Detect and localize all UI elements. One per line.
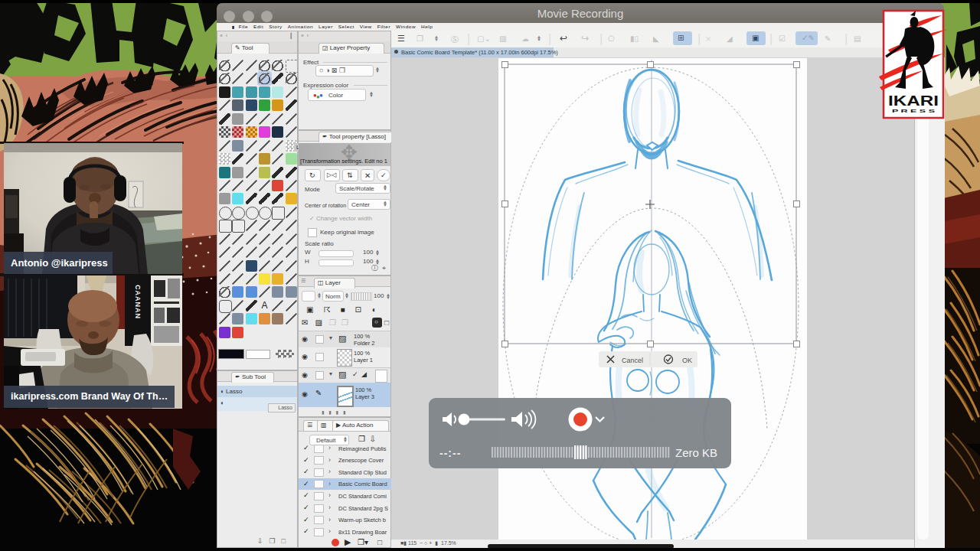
svg-text:OK: OK (682, 357, 692, 364)
svg-text:Cancel: Cancel (622, 357, 643, 364)
svg-text:--:--: --:-- (439, 447, 461, 459)
svg-text:CAANAN: CAANAN (134, 285, 142, 319)
svg-text:IKARI: IKARI (888, 93, 939, 109)
svg-text:Zero KB: Zero KB (675, 446, 717, 459)
svg-text:P R E S S: P R E S S (892, 109, 935, 113)
